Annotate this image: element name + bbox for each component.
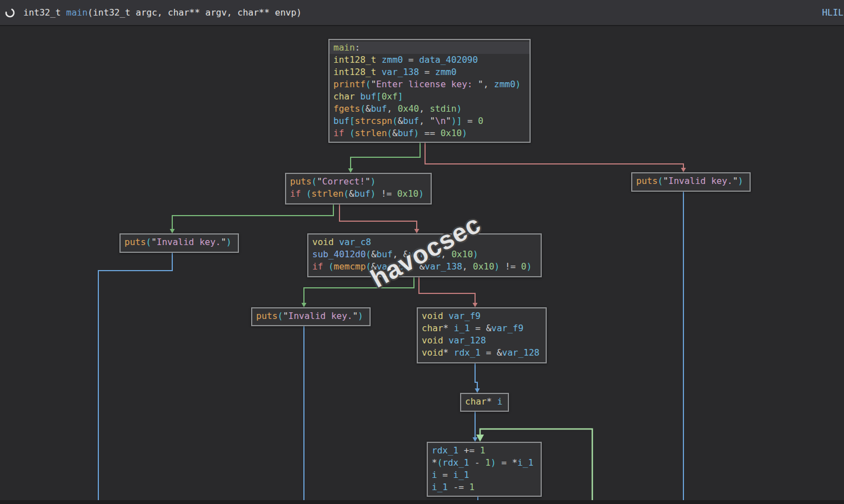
edge-arrowhead bbox=[414, 229, 419, 233]
code-line: if (strlen(&buf) != 0x10) bbox=[286, 188, 431, 200]
function-header-bar: int32_t main(int32_t argc, char** argv, … bbox=[0, 0, 844, 26]
function-signature[interactable]: int32_t main(int32_t argc, char** argv, … bbox=[23, 7, 302, 18]
code-line: char* i_1 = &var_f9 bbox=[418, 322, 546, 335]
node-invalid-key-right[interactable]: puts("Invalid key.") bbox=[631, 172, 751, 192]
node-loop-body[interactable]: rdx_1 += 1*(rdx_1 - 1) = *i_1i = i_1i_1 … bbox=[427, 442, 542, 497]
flow-graph-canvas[interactable]: main:int128_t zmm0 = data_402090int128_t… bbox=[0, 0, 844, 504]
code-line: printf("Enter license key: ", zmm0) bbox=[329, 78, 530, 91]
code-line: puts("Invalid key.") bbox=[632, 175, 750, 187]
edge-false bbox=[339, 204, 417, 229]
code-line: if (memcmp(&var_c8, &var_138, 0x10) != 0… bbox=[308, 261, 541, 273]
edge-arrowhead bbox=[348, 168, 353, 173]
edge-arrowhead bbox=[473, 437, 478, 442]
code-line: puts("Invalid key.") bbox=[252, 310, 369, 322]
node-var-c8-check[interactable]: void var_c8sub_4012d0(&buf, &var_c8, 0x1… bbox=[307, 233, 542, 277]
edge-arrowhead bbox=[302, 303, 307, 307]
code-line: int128_t var_138 = zmm0 bbox=[329, 66, 530, 78]
node-invalid-key-left[interactable]: puts("Invalid key.") bbox=[119, 233, 239, 253]
code-line: i = i_1 bbox=[428, 469, 541, 481]
node-main-entry[interactable]: main:int128_t zmm0 = data_402090int128_t… bbox=[328, 39, 531, 143]
code-line: char* i bbox=[461, 396, 508, 408]
code-line: rdx_1 += 1 bbox=[428, 445, 541, 457]
code-line: void var_128 bbox=[418, 335, 546, 347]
node-char-i[interactable]: char* i bbox=[460, 393, 509, 412]
node-var-f9-setup[interactable]: void var_f9char* i_1 = &var_f9void var_1… bbox=[417, 307, 547, 363]
code-line: void var_f9 bbox=[418, 310, 546, 322]
il-view-selector[interactable]: HLIL bbox=[822, 0, 843, 25]
code-line: main: bbox=[329, 42, 530, 54]
edge-arrowhead bbox=[476, 435, 484, 442]
code-line: void* rdx_1 = &var_128 bbox=[418, 347, 546, 359]
code-line: sub_4012d0(&buf, &var_c8, 0x10) bbox=[308, 248, 541, 261]
code-line: char buf[0xf] bbox=[329, 91, 530, 103]
edge-uncond bbox=[98, 253, 172, 504]
code-line: fgets(&buf, 0x40, stdin) bbox=[329, 103, 530, 115]
edge-uncond bbox=[475, 363, 477, 389]
node-invalid-key-middle[interactable]: puts("Invalid key.") bbox=[251, 307, 371, 326]
edge-true bbox=[304, 277, 414, 303]
edge-arrowhead bbox=[475, 388, 480, 393]
edge-false bbox=[425, 142, 683, 168]
node-correct[interactable]: puts("Correct!")if (strlen(&buf) != 0x10… bbox=[285, 173, 432, 204]
code-line: void var_c8 bbox=[308, 236, 541, 248]
code-line: puts("Invalid key.") bbox=[121, 236, 238, 248]
code-line: if (strlen(&buf) == 0x10) bbox=[329, 127, 530, 139]
code-line: int128_t zmm0 = data_402090 bbox=[329, 54, 530, 66]
edge-true bbox=[172, 204, 333, 229]
edge-true bbox=[351, 142, 420, 169]
code-line: buf[strcspn(&buf, "\n")] = 0 bbox=[329, 115, 530, 127]
edge-arrowhead bbox=[170, 229, 175, 233]
code-line: *(rdx_1 - 1) = *i_1 bbox=[428, 457, 541, 469]
analysis-spinner-icon bbox=[4, 7, 16, 18]
code-line: puts("Correct!") bbox=[286, 176, 431, 188]
edge-false bbox=[419, 277, 475, 303]
bottom-edge-strip bbox=[0, 500, 844, 504]
edge-arrowhead bbox=[473, 303, 478, 307]
code-line: i_1 -= 1 bbox=[428, 481, 541, 493]
edge-arrowhead bbox=[681, 168, 686, 172]
